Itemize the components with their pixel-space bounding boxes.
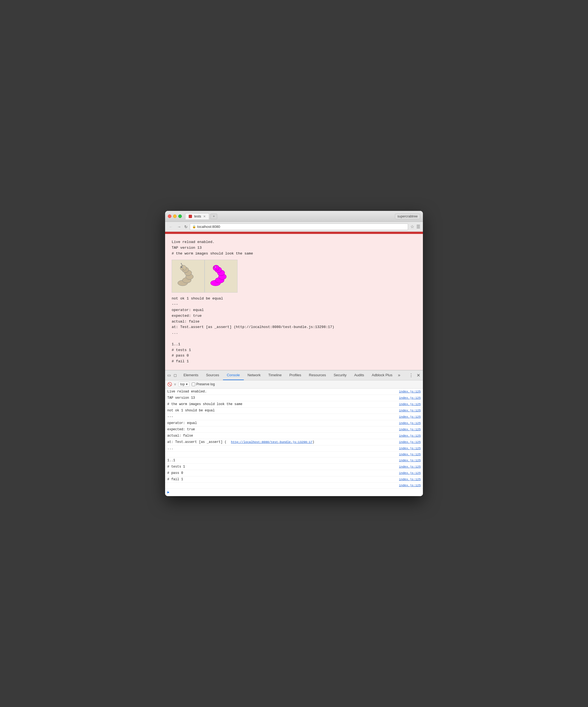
output-line-3: # the worm images should look the same xyxy=(172,251,416,257)
console-source-link[interactable]: index.js:125 xyxy=(399,408,421,413)
console-input-area[interactable] xyxy=(171,490,172,494)
devtools-tabs: Elements Sources Console Network Timelin… xyxy=(179,370,396,380)
tab-profiles[interactable]: Profiles xyxy=(286,370,305,380)
output-at: at: Test.assert [as _assert] (http://loc… xyxy=(172,325,416,330)
maximize-button[interactable] xyxy=(178,214,182,218)
console-clear-button[interactable]: 🚫 xyxy=(167,382,172,386)
worm-image-magenta xyxy=(205,260,237,293)
console-line: --- index.js:125 xyxy=(165,414,423,420)
console-context-arrow: ▾ xyxy=(186,382,188,386)
svg-point-15 xyxy=(213,265,219,271)
console-source-link[interactable]: index.js:125 xyxy=(399,390,421,394)
title-bar: tests ✕ + supercrabtree xyxy=(165,211,423,222)
new-tab-button[interactable]: + xyxy=(210,214,217,219)
menu-button[interactable]: ☰ xyxy=(416,224,420,229)
console-line: # tests 1 index.js:125 xyxy=(165,464,423,470)
console-context-selector[interactable]: top ▾ xyxy=(178,382,190,387)
bookmark-button[interactable]: ☆ xyxy=(410,224,414,229)
output-tests: # tests 1 xyxy=(172,347,416,353)
svg-point-9 xyxy=(181,263,182,264)
console-text: # tests 1 xyxy=(167,464,395,469)
browser-window: tests ✕ + supercrabtree ← → ↻ 🔒 localhos… xyxy=(165,211,423,496)
forward-button[interactable]: → xyxy=(176,224,182,230)
worm-magenta-svg xyxy=(207,263,235,290)
tab-network[interactable]: Network xyxy=(244,370,265,380)
minimize-button[interactable] xyxy=(173,214,176,218)
devtools-close-button[interactable]: ✕ xyxy=(416,372,421,378)
svg-point-5 xyxy=(180,265,186,271)
console-text: 1..1 xyxy=(167,458,395,463)
tab-resources[interactable]: Resources xyxy=(305,370,330,380)
console-line: # the worm images should look the same i… xyxy=(165,401,423,407)
console-source-link[interactable]: index.js:125 xyxy=(399,440,421,444)
console-toolbar: 🚫 ▿ top ▾ Preserve log xyxy=(165,380,423,389)
url-bar[interactable]: 🔒 localhost:8080 xyxy=(190,224,408,230)
console-line: index.js:125 xyxy=(165,483,423,489)
console-text: # pass 0 xyxy=(167,471,395,475)
tab-audits[interactable]: Audits xyxy=(350,370,368,380)
tab-adblock-plus[interactable]: Adblock Plus xyxy=(368,370,396,380)
output-operator: operator: equal xyxy=(172,307,416,313)
output-line-2: TAP version 13 xyxy=(172,245,416,251)
console-source-link[interactable]: index.js:125 xyxy=(399,427,421,432)
console-line: not ok 1 should be equal index.js:125 xyxy=(165,407,423,414)
tab-sources[interactable]: Sources xyxy=(202,370,223,380)
output-actual: actual: false xyxy=(172,319,416,325)
console-line: ... index.js:125 xyxy=(165,445,423,452)
inspect-element-icon[interactable]: ▭ xyxy=(167,372,171,378)
device-mode-icon[interactable]: ◻ xyxy=(173,372,177,378)
console-text: # fail 1 xyxy=(167,477,395,482)
console-line: actual: false index.js:125 xyxy=(165,433,423,439)
console-source-link[interactable]: index.js:125 xyxy=(399,477,421,482)
tab-elements[interactable]: Elements xyxy=(179,370,202,380)
tab-console[interactable]: Console xyxy=(223,370,244,380)
console-filter-button[interactable]: ▿ xyxy=(174,382,176,386)
output-pass: # pass 0 xyxy=(172,353,416,359)
console-source-link[interactable]: index.js:125 xyxy=(399,421,421,426)
tab-favicon xyxy=(189,215,192,218)
profile-button[interactable]: supercrabtree xyxy=(395,214,420,219)
console-source-link[interactable]: index.js:125 xyxy=(399,471,421,475)
preserve-log-area: Preserve log xyxy=(192,382,215,386)
console-source-link[interactable]: index.js:125 xyxy=(399,465,421,469)
back-button[interactable]: ← xyxy=(168,224,174,230)
console-source-link[interactable]: index.js:125 xyxy=(399,446,421,451)
red-bar xyxy=(165,232,423,234)
reload-button[interactable]: ↻ xyxy=(184,225,188,229)
address-bar: ← → ↻ 🔒 localhost:8080 ☆ ☰ xyxy=(165,222,423,232)
console-text: Live reload enabled. xyxy=(167,389,395,394)
console-line: 1..1 index.js:125 xyxy=(165,458,423,464)
console-source-link[interactable]: index.js:125 xyxy=(399,483,421,488)
url-lock-icon: 🔒 xyxy=(192,225,196,229)
tab-security[interactable]: Security xyxy=(330,370,350,380)
console-source-link[interactable]: index.js:125 xyxy=(399,402,421,407)
devtools-actions: ⋮ ✕ xyxy=(408,372,421,378)
filter-icon: ▿ xyxy=(174,382,176,386)
preserve-log-checkbox[interactable] xyxy=(192,382,195,386)
output-fail: # fail 1 xyxy=(172,359,416,365)
console-source-link[interactable]: index.js:125 xyxy=(399,452,421,457)
console-output: Live reload enabled. index.js:125 TAP ve… xyxy=(165,389,423,496)
console-text: # the worm images should look the same xyxy=(167,402,395,407)
bundle-link[interactable]: http://localhost:8080/test-bundle.js:132… xyxy=(231,440,313,444)
devtools-settings-button[interactable]: ⋮ xyxy=(408,372,415,378)
tab-timeline[interactable]: Timeline xyxy=(264,370,286,380)
browser-tab[interactable]: tests ✕ xyxy=(185,213,209,220)
console-text: not ok 1 should be equal xyxy=(167,408,395,413)
console-text: ... xyxy=(167,446,395,451)
console-source-link[interactable]: index.js:125 xyxy=(399,396,421,400)
close-button[interactable] xyxy=(168,214,171,218)
console-source-link[interactable]: index.js:125 xyxy=(399,434,421,438)
console-prompt[interactable]: ► xyxy=(165,489,423,496)
console-text: --- xyxy=(167,414,395,419)
svg-point-17 xyxy=(214,267,215,268)
devtools-more-button[interactable]: » xyxy=(396,373,402,378)
page-content: Live reload enabled. TAP version 13 # th… xyxy=(165,234,423,370)
console-context-label: top xyxy=(180,382,185,386)
console-source-link[interactable]: index.js:125 xyxy=(399,458,421,463)
output-ellipsis: ... xyxy=(172,330,416,336)
tab-close-button[interactable]: ✕ xyxy=(203,215,206,218)
console-text: expected: true xyxy=(167,427,395,432)
console-source-link[interactable]: index.js:125 xyxy=(399,415,421,419)
svg-point-7 xyxy=(181,267,182,268)
